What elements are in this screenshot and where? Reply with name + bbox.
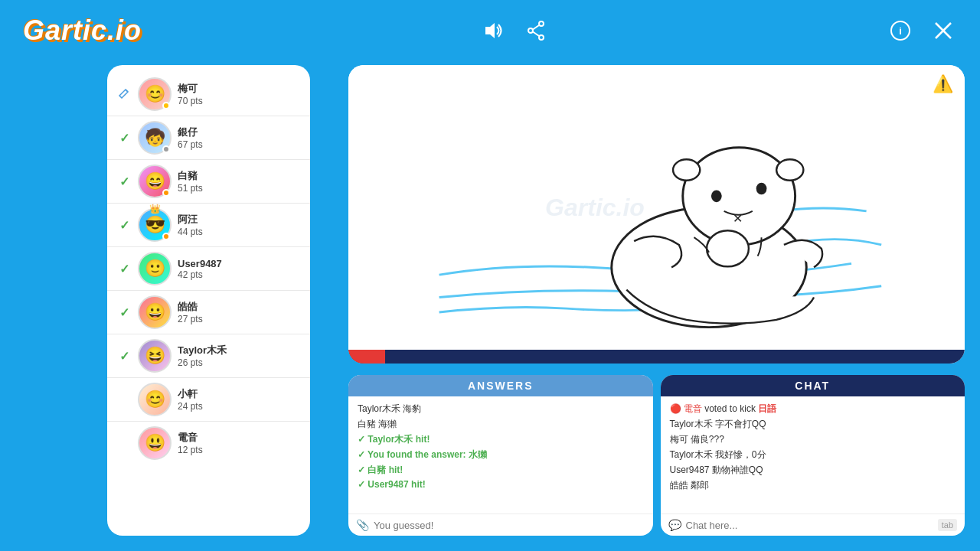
attach-icon: 📎 xyxy=(356,519,369,531)
svg-point-13 xyxy=(673,159,700,180)
svg-point-18 xyxy=(707,230,749,266)
answer-line: ✓ 白豬 hit! xyxy=(358,464,644,477)
avatar: 😄 xyxy=(138,165,172,198)
avatar: 🙂 xyxy=(138,252,172,285)
check-icon: ✓ xyxy=(116,131,132,145)
player-info: 梅可70 pts xyxy=(178,82,301,106)
player-row: ✓😆Taylor木禾26 pts xyxy=(107,334,310,378)
player-pts: 27 pts xyxy=(178,314,301,324)
svg-point-14 xyxy=(776,159,803,180)
answer-line: Taylor木禾 海豹 xyxy=(358,403,644,416)
player-name: 梅可 xyxy=(178,82,301,96)
avatar: 😀 xyxy=(138,295,172,329)
check-icon: ✓ xyxy=(116,305,132,320)
chat-line: Taylor木禾 字不會打QQ xyxy=(670,418,956,431)
chat-line: User9487 動物神誰QQ xyxy=(670,464,956,477)
svg-point-16 xyxy=(756,183,767,195)
player-info: 銀仔67 pts xyxy=(178,126,301,150)
avatar: 🧒 xyxy=(138,121,172,155)
player-pts: 12 pts xyxy=(178,445,301,455)
drawing-area: Gartic.io ⚠️ ✕ xyxy=(348,65,965,364)
player-row: 😊小軒24 pts xyxy=(107,378,310,422)
avatar: 😆 xyxy=(138,339,172,373)
player-pts: 24 pts xyxy=(178,401,301,412)
chat-header: CHAT xyxy=(661,375,965,396)
player-row: 😊梅可70 pts xyxy=(107,73,310,116)
svg-text:✕: ✕ xyxy=(733,212,743,225)
player-info: User948742 pts xyxy=(178,258,301,280)
answers-content: Taylor木禾 海豹白豬 海獺✓ Taylor木禾 hit!✓ You fou… xyxy=(348,396,653,514)
check-icon: ✓ xyxy=(116,349,132,364)
player-pts: 42 pts xyxy=(178,269,301,280)
logo: Gartic.io xyxy=(23,15,142,47)
check-icon: ✓ xyxy=(116,262,132,276)
player-info: Taylor木禾26 pts xyxy=(178,344,301,368)
chat-content: 🔴 電音 voted to kick 日語Taylor木禾 字不會打QQ梅可 備… xyxy=(661,396,965,514)
answer-line: ✓ User9487 hit! xyxy=(358,479,644,490)
chat-bubble-icon: 💬 xyxy=(668,519,681,531)
player-pts: 44 pts xyxy=(178,227,301,237)
chat-input[interactable] xyxy=(686,520,933,531)
info-icon[interactable]: i xyxy=(887,17,914,44)
avatar: 😊 xyxy=(138,77,172,111)
sound-icon[interactable] xyxy=(479,17,507,44)
answers-panel: ANSWERS Taylor木禾 海豹白豬 海獺✓ Taylor木禾 hit!✓… xyxy=(348,375,653,536)
chat-input-wrap: 💬 tab xyxy=(661,514,965,536)
pencil-icon xyxy=(116,86,132,102)
avatar: 😊 xyxy=(138,383,172,416)
chat-line: 皓皓 鄰郎 xyxy=(670,479,956,492)
player-row: ✓😀皓皓27 pts xyxy=(107,291,310,334)
svg-marker-0 xyxy=(485,23,495,38)
player-name: 小軒 xyxy=(178,387,301,401)
player-row: ✓👑😎阿汪44 pts xyxy=(107,204,310,247)
svg-line-10 xyxy=(126,90,128,92)
progress-bar xyxy=(348,350,965,364)
svg-line-5 xyxy=(533,32,539,37)
player-row: 😃電音12 pts xyxy=(107,422,310,465)
answer-line: 白豬 海獺 xyxy=(358,418,644,431)
chat-line: 梅可 備良??? xyxy=(670,433,956,446)
check-icon: ✓ xyxy=(116,174,132,189)
player-name: 銀仔 xyxy=(178,126,301,139)
player-info: 皓皓27 pts xyxy=(178,300,301,324)
chat-line: Taylor木禾 我好慘，0分 xyxy=(670,448,956,461)
player-info: 阿汪44 pts xyxy=(178,213,301,237)
player-name: User9487 xyxy=(178,258,301,269)
avatar: 👑😎 xyxy=(138,208,172,242)
answer-line: ✓ You found the answer: 水獺 xyxy=(358,448,644,461)
svg-point-3 xyxy=(539,35,544,40)
progress-fill xyxy=(348,350,385,364)
top-bar-right: i xyxy=(887,17,957,44)
svg-point-12 xyxy=(683,148,795,245)
answers-header: ANSWERS xyxy=(348,375,653,396)
bottom-panels: ANSWERS Taylor木禾 海豹白豬 海獺✓ Taylor木禾 hit!✓… xyxy=(348,375,965,536)
player-name: 阿汪 xyxy=(178,213,301,227)
player-name: 電音 xyxy=(178,431,301,445)
player-info: 小軒24 pts xyxy=(178,387,301,412)
tab-label: tab xyxy=(938,519,957,531)
share-icon[interactable] xyxy=(522,17,550,44)
top-bar: Gartic.io i xyxy=(0,0,980,61)
answer-input-wrap: 📎 xyxy=(348,514,653,536)
top-bar-center xyxy=(479,17,550,44)
player-pts: 26 pts xyxy=(178,357,301,368)
player-row: ✓🧒銀仔67 pts xyxy=(107,116,310,160)
player-row: ✓🙂User948742 pts xyxy=(107,247,310,291)
players-panel: 😊梅可70 pts✓🧒銀仔67 pts✓😄白豬51 pts✓👑😎阿汪44 pts… xyxy=(107,65,310,536)
chat-panel: CHAT 🔴 電音 voted to kick 日語Taylor木禾 字不會打Q… xyxy=(661,375,965,536)
player-name: 白豬 xyxy=(178,169,301,183)
svg-point-1 xyxy=(528,28,533,33)
canvas: Gartic.io ⚠️ ✕ xyxy=(348,65,965,350)
player-name: Taylor木禾 xyxy=(178,344,301,357)
close-icon[interactable] xyxy=(929,17,957,44)
player-pts: 70 pts xyxy=(178,96,301,106)
avatar: 😃 xyxy=(138,426,172,460)
player-name: 皓皓 xyxy=(178,300,301,314)
answer-input[interactable] xyxy=(374,520,645,531)
player-info: 白豬51 pts xyxy=(178,169,301,194)
chat-line: 🔴 電音 voted to kick 日語 xyxy=(670,403,956,416)
player-pts: 67 pts xyxy=(178,139,301,150)
svg-point-15 xyxy=(711,190,722,202)
answer-line: ✓ Taylor木禾 hit! xyxy=(358,433,644,446)
player-info: 電音12 pts xyxy=(178,431,301,455)
